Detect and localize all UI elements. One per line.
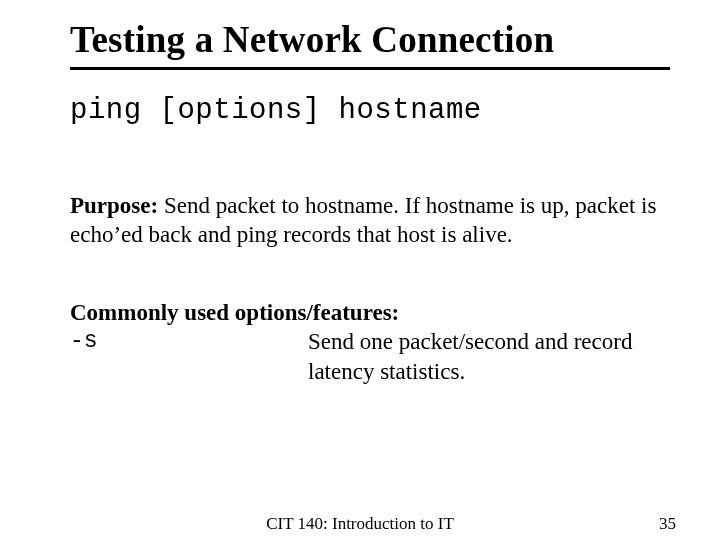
command-syntax: ping [options] hostname [70,94,670,127]
footer-course: CIT 140: Introduction to IT [0,514,720,534]
purpose-label: Purpose: [70,193,158,218]
option-description: Send one packet/second and record latenc… [308,327,670,386]
title-divider [70,67,670,70]
purpose-text: Send packet to hostname. If hostname is … [70,193,656,247]
options-heading: Commonly used options/features: [70,298,670,327]
slide-title: Testing a Network Connection [70,18,670,61]
footer-page-number: 35 [659,514,676,534]
slide-body: Testing a Network Connection ping [optio… [0,0,720,386]
option-flag: -s [70,327,308,386]
options-section: Commonly used options/features: -s Send … [70,298,670,386]
option-row: -s Send one packet/second and record lat… [70,327,670,386]
purpose-paragraph: Purpose: Send packet to hostname. If hos… [70,191,670,250]
